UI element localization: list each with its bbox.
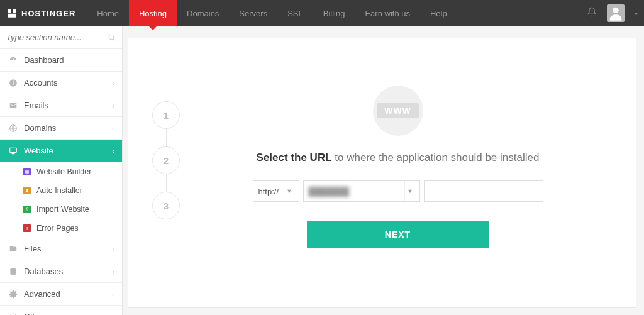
sidebar-item-website[interactable]: Website ‹	[0, 140, 122, 162]
caret-down-icon: ▼	[404, 181, 416, 201]
nav-hosting[interactable]: Hosting	[129, 0, 177, 26]
gear-icon	[8, 290, 19, 299]
import-icon: ⇪	[23, 206, 31, 213]
main-area: 1 2 3 WWW Select the URL to where the ap…	[123, 26, 644, 315]
avatar[interactable]	[607, 4, 625, 22]
sidebar-sub-import-website[interactable]: ⇪ Import Website	[0, 200, 122, 219]
nav-domains[interactable]: Domains	[177, 0, 229, 26]
sidebar-search	[0, 26, 122, 49]
domain-select[interactable]: ███████ ▼	[303, 180, 420, 202]
sidebar-item-dashboard[interactable]: Dashboard	[0, 49, 122, 72]
sidebar-item-label: Accounts	[24, 78, 57, 87]
sidebar-sub-label: Auto Installer	[36, 186, 82, 195]
globe-icon	[8, 124, 19, 133]
chevron-left-icon: ‹	[112, 290, 114, 298]
error-icon: !	[23, 224, 31, 232]
sidebar-item-other[interactable]: Other ‹	[0, 306, 122, 315]
installer-content: WWW Select the URL to where the applicat…	[185, 57, 611, 289]
chevron-left-icon: ‹	[112, 313, 114, 316]
top-nav: Home Hosting Domains Servers SSL Billing…	[87, 0, 457, 26]
nav-ssl[interactable]: SSL	[277, 0, 313, 26]
nav-billing[interactable]: Billing	[313, 0, 355, 26]
sidebar-item-emails[interactable]: Emails ‹	[0, 94, 122, 117]
chevron-left-icon: ‹	[112, 102, 114, 109]
sidebar-sub-label: Error Pages	[36, 224, 79, 233]
caret-down-icon: ▼	[284, 181, 295, 201]
chevron-left-icon: ‹	[112, 79, 114, 87]
installer-icon: ⬇	[23, 187, 31, 194]
step-3: 3	[152, 192, 180, 219]
search-icon[interactable]	[108, 33, 116, 44]
sidebar: Dashboard Accounts ‹ Emails ‹ Domains ‹ …	[0, 26, 123, 315]
bell-icon[interactable]	[587, 7, 597, 19]
sidebar-sub-label: Website Builder	[36, 167, 91, 176]
info-icon	[8, 79, 19, 87]
sidebar-item-label: Advanced	[24, 289, 60, 299]
step-1: 1	[152, 101, 180, 129]
sidebar-item-label: Emails	[24, 101, 48, 110]
protocol-select[interactable]: http:// ▼	[253, 180, 299, 202]
topbar: HOSTINGER Home Hosting Domains Servers S…	[0, 0, 644, 26]
next-button[interactable]: NEXT	[307, 221, 489, 248]
nav-earn[interactable]: Earn with us	[355, 0, 420, 26]
sidebar-item-label: Website	[24, 146, 53, 155]
sidebar-sub-label: Import Website	[36, 205, 89, 214]
hostinger-icon	[6, 8, 18, 19]
step-indicator: 1 2 3	[147, 57, 185, 289]
database-icon	[8, 267, 19, 276]
sidebar-item-databases[interactable]: Databases ‹	[0, 260, 122, 283]
step-connector	[166, 129, 167, 146]
sidebar-item-label: Domains	[24, 123, 56, 133]
nav-home[interactable]: Home	[87, 0, 129, 26]
sidebar-item-label: Databases	[24, 267, 63, 276]
step-connector	[166, 174, 167, 192]
chevron-down-icon[interactable]: ▾	[635, 10, 638, 17]
chevron-left-icon: ‹	[112, 268, 114, 275]
sidebar-item-domains[interactable]: Domains ‹	[0, 117, 122, 140]
installer-card: 1 2 3 WWW Select the URL to where the ap…	[128, 38, 636, 308]
step-heading: Select the URL to where the application …	[257, 152, 540, 164]
sidebar-sub-error-pages[interactable]: ! Error Pages	[0, 219, 122, 238]
chevron-left-icon: ‹	[112, 124, 114, 132]
sidebar-sub-auto-installer[interactable]: ⬇ Auto Installer	[0, 181, 122, 200]
sidebar-item-label: Other	[24, 312, 45, 315]
step-2: 2	[152, 146, 180, 174]
svg-point-4	[13, 80, 14, 82]
topbar-right: ▾	[587, 4, 638, 22]
svg-point-0	[109, 35, 114, 40]
sidebar-item-files[interactable]: Files ‹	[0, 238, 122, 260]
sidebar-sub-website-builder[interactable]: ▦ Website Builder	[0, 162, 122, 181]
brand-logo[interactable]: HOSTINGER	[6, 8, 75, 19]
monitor-icon	[8, 146, 19, 155]
gauge-icon	[8, 56, 19, 65]
svg-rect-3	[13, 82, 13, 84]
brand-text: HOSTINGER	[21, 9, 75, 18]
folder-icon	[8, 245, 19, 253]
sidebar-item-label: Files	[24, 244, 41, 253]
svg-rect-5	[10, 102, 17, 108]
path-input[interactable]	[424, 180, 543, 202]
builder-icon: ▦	[23, 168, 31, 175]
protocol-value: http://	[258, 187, 279, 196]
sidebar-item-label: Dashboard	[24, 55, 64, 65]
svg-rect-7	[10, 148, 17, 152]
domain-value: ███████	[309, 187, 349, 196]
sidebar-item-accounts[interactable]: Accounts ‹	[0, 72, 122, 94]
chevron-left-icon: ‹	[112, 245, 114, 253]
sidebar-item-advanced[interactable]: Advanced ‹	[0, 283, 122, 306]
chevron-left-icon: ‹	[112, 147, 114, 155]
gear-icon	[8, 312, 19, 316]
nav-servers[interactable]: Servers	[229, 0, 277, 26]
nav-help[interactable]: Help	[420, 0, 457, 26]
www-illustration: WWW	[370, 82, 426, 139]
search-input[interactable]	[5, 30, 117, 45]
svg-line-1	[113, 39, 114, 40]
www-label: WWW	[377, 103, 419, 118]
envelope-icon	[8, 101, 19, 110]
url-row: http:// ▼ ███████ ▼	[253, 180, 543, 202]
